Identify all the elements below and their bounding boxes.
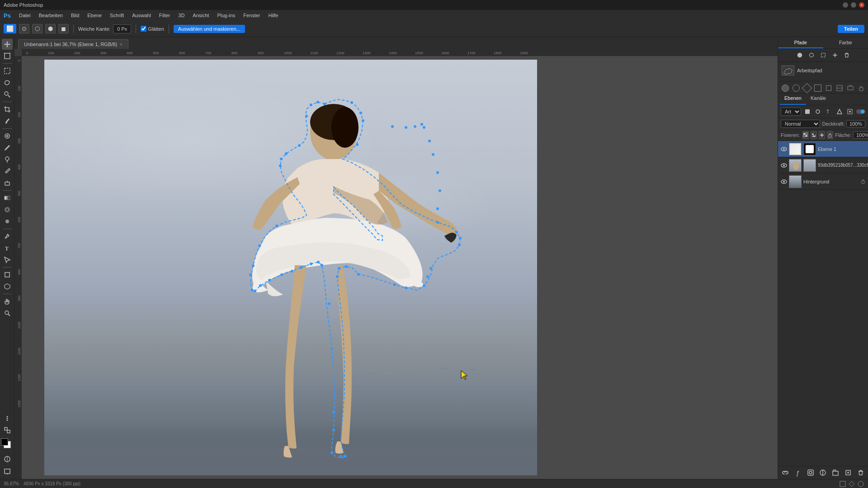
add-link-icon[interactable] [781,468,790,477]
glatten-checkbox[interactable]: Glätten [141,26,164,32]
pfade-tab[interactable]: Pfade [778,37,823,48]
layers-tab-kanaele[interactable]: Kanäle [806,94,830,105]
canvas-tab[interactable]: Unbenannt-1 bei 36,7% (Ebene 1, RGB/8) × [18,39,128,49]
layer-filter-smart[interactable] [845,107,854,116]
menu-schrift[interactable]: Schrift [106,12,127,19]
tool-3d[interactable] [2,281,13,292]
add-mask-icon[interactable] [806,468,815,477]
fix-image-btn[interactable] [811,131,817,139]
tool-history[interactable] [2,166,13,177]
delete-layer-icon[interactable] [856,468,865,477]
layer-icon-square[interactable] [814,84,821,92]
auswahl-maskieren-button[interactable]: Auswählen und maskieren... [174,25,245,33]
fix-all-btn[interactable] [827,131,833,139]
tool-quick-select[interactable] [2,89,13,100]
layer-visibility-hintergrund[interactable] [781,178,787,185]
layer-icon-lock[interactable] [858,84,865,92]
layer-type-filter[interactable]: Art [781,108,801,116]
layer-icon-circle[interactable] [782,84,789,92]
arbeitspfad-item[interactable]: Arbeitspfad [778,64,868,77]
flaeche-input[interactable] [853,131,868,139]
tool-spot-heal[interactable] [2,131,13,141]
pfad-delete-icon[interactable] [842,51,851,60]
add-style-icon[interactable]: ƒ [793,468,802,477]
status-icon2[interactable] [848,480,855,488]
layer-icon-mask[interactable] [847,84,854,92]
fix-transparent-btn[interactable] [802,131,809,139]
canvas-image[interactable] [44,60,537,475]
tool-artboard[interactable] [2,51,13,61]
menu-bearbeiten[interactable]: Bearbeiten [35,12,66,19]
new-layer-icon[interactable] [844,468,853,477]
menu-ansicht[interactable]: Ansicht [189,12,212,19]
menu-bild[interactable]: Bild [67,12,83,19]
tool-brush[interactable] [2,142,13,153]
add-adj-icon[interactable] [818,468,827,477]
deckkraft-input[interactable] [846,120,865,127]
blend-mode-select[interactable]: Normal [781,120,820,128]
pfad-add-icon[interactable] [830,51,840,60]
menu-3d[interactable]: 3D [175,12,188,19]
tab-close[interactable]: × [120,42,123,47]
tool-crop[interactable] [2,104,13,115]
tool-poly-lasso[interactable]: ⬡ [32,24,42,33]
tool-zoom[interactable] [2,308,13,319]
tool-hand[interactable] [2,296,13,307]
quick-mask-toggle[interactable] [2,454,13,465]
layer-filter-adj[interactable] [814,107,823,116]
close-button[interactable]: × [859,2,864,8]
tool-dodge[interactable] [2,216,13,227]
status-icon3[interactable] [857,480,864,488]
tool-subtract[interactable]: ◼ [58,24,69,33]
tool-move[interactable] [2,39,13,50]
layer-icon-group[interactable] [825,84,832,92]
tool-lasso-side[interactable] [2,77,13,88]
tool-zoom-pan[interactable] [2,425,13,436]
layer-filter-shape[interactable] [835,107,844,116]
layer-item-ebene1[interactable]: Ebene 1 [778,141,868,157]
menu-auswahl[interactable]: Auswahl [128,12,155,19]
minimize-button[interactable]: − [843,2,848,8]
screen-mode-toggle[interactable] [2,466,13,477]
layer-item-smart[interactable]: 93db395218b057...330cfda8922cb [778,157,868,174]
tool-pen[interactable] [2,231,13,242]
layer-item-hintergrund[interactable]: Hintergrund [778,174,868,190]
tool-text[interactable]: T [2,243,13,253]
layer-visibility-ebene1[interactable] [781,146,787,152]
tool-shape[interactable] [2,269,13,280]
layer-filter-text[interactable]: T [824,107,833,116]
layer-icon-diamond[interactable] [802,83,812,94]
weiche-kante-input[interactable] [113,24,131,33]
tool-lasso[interactable]: ⊙ [19,24,29,33]
tool-marquee[interactable] [2,66,13,76]
layer-visibility-smart[interactable] [781,162,787,169]
pfad-fill-icon[interactable] [795,51,804,60]
layer-icon-circle2[interactable] [793,84,800,92]
menu-hilfe[interactable]: Hilfe [264,12,282,19]
fg-color-swatch[interactable] [1,438,8,446]
maximize-button[interactable]: □ [851,2,856,8]
tool-path-select[interactable] [2,254,13,265]
pfad-to-selection-icon[interactable] [819,51,828,60]
menu-filter[interactable]: Filter [156,12,174,19]
menu-fenster[interactable]: Fenster [240,12,264,19]
tool-mag-lasso[interactable]: ⬢ [45,24,56,33]
new-group-icon[interactable] [831,468,840,477]
fix-position-btn[interactable] [819,131,825,139]
menu-ebene[interactable]: Ebene [84,12,105,19]
menu-datei[interactable]: Datei [15,12,34,19]
layers-tab-ebenen[interactable]: Ebenen [780,94,806,105]
layer-icon-smart[interactable] [836,84,843,92]
tool-blur[interactable] [2,204,13,215]
tool-eraser[interactable] [2,178,13,188]
menu-plugins[interactable]: Plug-ins [213,12,239,19]
layer-filter-pixel[interactable] [803,107,812,116]
tool-rect-select[interactable]: ⬜ [4,24,16,33]
tool-clone[interactable] [2,154,13,165]
farbe-tab[interactable]: Farbe [823,37,868,48]
tool-extra[interactable] [2,413,13,424]
layer-filter-toggle[interactable] [856,107,865,116]
share-button[interactable]: Teilen [838,25,864,33]
canvas-content[interactable] [22,56,778,479]
status-icon1[interactable] [839,480,846,488]
